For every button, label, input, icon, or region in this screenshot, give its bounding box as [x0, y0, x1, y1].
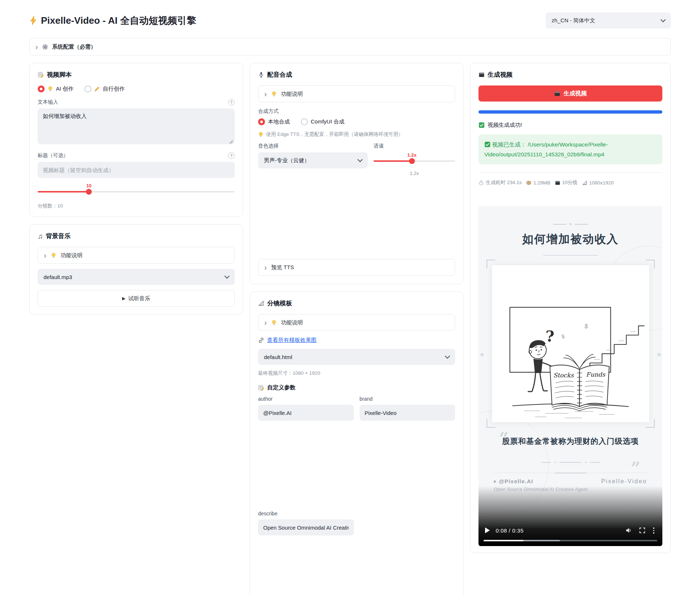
slider-thumb[interactable] [409, 158, 415, 164]
chevron-right-icon: › [264, 264, 267, 271]
slider-track[interactable] [38, 191, 235, 192]
chevron-right-icon: › [35, 43, 38, 50]
chevron-down-icon [661, 17, 666, 22]
storyboard-count-note: 分镜数：10 [38, 203, 235, 209]
bulb-icon [48, 86, 53, 92]
package-icon [526, 180, 531, 186]
divider [478, 172, 662, 173]
chevron-down-icon [445, 354, 450, 359]
player-gradient-overlay [478, 486, 662, 546]
clapperboard-icon [478, 72, 485, 78]
corner-bracket-icon [487, 419, 495, 428]
slider-fill [38, 191, 89, 192]
sketch-illustration: ? $ $ [492, 265, 649, 422]
text-input[interactable] [38, 108, 235, 144]
voice-dropdown[interactable]: 男声-专业（云健） [258, 152, 368, 168]
slider-track[interactable] [374, 160, 455, 162]
preview-music-button[interactable]: ▶ 试听音乐 [38, 290, 235, 307]
svg-text:$: $ [561, 333, 565, 340]
memo-icon [258, 385, 264, 391]
language-select[interactable]: zh_CN - 简体中文 [546, 12, 671, 28]
author-label: author [258, 396, 354, 402]
brand-input[interactable] [360, 405, 455, 421]
fullscreen-icon[interactable] [639, 527, 646, 534]
describe-input[interactable] [258, 519, 354, 535]
link-icon [258, 337, 264, 343]
clapperboard-icon [555, 180, 560, 186]
video-player[interactable]: 如何增加被动收入 [478, 206, 662, 546]
generation-progress-bar [478, 110, 662, 114]
generate-title: 生成视频 [478, 70, 662, 79]
check-icon [478, 122, 485, 128]
video-progress-bar[interactable] [484, 540, 657, 541]
music-file-dropdown[interactable]: default.mp3 [38, 269, 235, 285]
tts-preview-accordion[interactable]: › 预览 TTS [258, 259, 455, 276]
tts-note: 使用 Edge TTS，无需配置，开箱即用（请确保网络环境可用） [258, 131, 455, 138]
check-icon [484, 141, 491, 148]
video-title-label: 标题（可选） [38, 152, 68, 159]
triangle-ruler-icon [258, 300, 264, 306]
music-help-accordion[interactable]: › 功能说明 [38, 247, 235, 264]
bulb-icon [258, 132, 264, 137]
decorative-square [658, 353, 661, 356]
decorative-divider [478, 206, 662, 225]
quote-close-icon: ” [631, 460, 640, 477]
radio-ai-create[interactable]: AI 创作 [38, 85, 73, 92]
bulb-icon [51, 253, 56, 258]
storyboard-count-slider[interactable]: 10 [38, 183, 235, 192]
book-right-label: Funds [586, 371, 606, 378]
language-select-value: zh_CN - 简体中文 [552, 17, 595, 24]
video-title-input[interactable] [38, 162, 235, 178]
stopwatch-icon [478, 180, 484, 186]
pencil-icon [94, 86, 100, 92]
help-icon[interactable]: ? [228, 99, 235, 106]
decorative-square [481, 353, 484, 356]
resize-handle-icon[interactable] [229, 140, 233, 144]
generation-success-message: 视频生成成功! [478, 122, 662, 129]
tts-method-label: 合成方式 [258, 108, 455, 115]
volume-icon[interactable] [625, 526, 633, 534]
microphone-icon [258, 72, 264, 78]
page-title-text: Pixelle-Video - AI 全自动短视频引擎 [41, 14, 196, 27]
video-caption: 股票和基金常被称为理财的入门级选项 [478, 436, 662, 446]
music-note-icon: ♫ [38, 232, 43, 240]
video-script-title: 视频脚本 [38, 70, 235, 79]
template-file-dropdown[interactable]: default.html [258, 349, 455, 365]
clapperboard-icon [554, 91, 560, 97]
decorative-line [493, 473, 648, 473]
chevron-right-icon: › [264, 319, 267, 326]
radio-comfyui-synthesis[interactable]: ComfyUI 合成 [301, 118, 345, 125]
memo-icon [38, 72, 44, 78]
tts-method-radio-group: 本地合成 ComfyUI 合成 [258, 118, 455, 125]
slider-thumb[interactable] [86, 189, 92, 195]
more-options-icon[interactable] [652, 527, 656, 534]
played-bar [484, 540, 523, 541]
gear-icon [42, 44, 48, 50]
author-input[interactable] [258, 405, 354, 421]
bulb-icon [271, 320, 277, 325]
template-gallery-link[interactable]: 查看所有模板效果图 [267, 337, 317, 344]
app-window: Pixelle-Video - AI 全自动短视频引擎 zh_CN - 简体中文… [0, 0, 700, 595]
generate-video-button[interactable]: 生成视频 [478, 85, 662, 102]
speed-caption: 1.2x [374, 171, 455, 176]
system-config-accordion[interactable]: › 系统配置（必需） [29, 38, 671, 56]
play-button[interactable] [485, 527, 490, 533]
system-config-label: 系统配置（必需） [52, 43, 96, 50]
video-author: • @Pixelle.AI [494, 478, 588, 484]
slider-value-label: 1.2x [407, 152, 416, 158]
speed-slider[interactable]: 1.2x [374, 152, 455, 162]
player-controls: 0:08 / 0:35 [485, 526, 656, 534]
video-author-subtitle: Open Source Omnimodal AI Creative Agent [494, 487, 588, 492]
playback-time: 0:08 / 0:35 [496, 527, 523, 534]
page-title: Pixelle-Video - AI 全自动短视频引擎 [29, 14, 196, 27]
help-icon[interactable]: ? [228, 152, 235, 159]
video-script-card: 视频脚本 AI 创作 自行创作 文本输入 ? [29, 63, 243, 217]
radio-manual-create[interactable]: 自行创作 [84, 85, 125, 92]
video-frame-title: 如何增加被动收入 [478, 232, 662, 247]
bulb-icon [271, 91, 277, 97]
radio-local-synthesis[interactable]: 本地合成 [258, 118, 290, 125]
tts-card: 配音合成 › 功能说明 合成方式 本地合成 ComfyUI 合成 [250, 63, 463, 284]
svg-text:?: ? [545, 327, 554, 345]
tts-help-accordion[interactable]: › 功能说明 [258, 85, 455, 102]
template-help-accordion[interactable]: › 功能说明 [258, 314, 455, 331]
